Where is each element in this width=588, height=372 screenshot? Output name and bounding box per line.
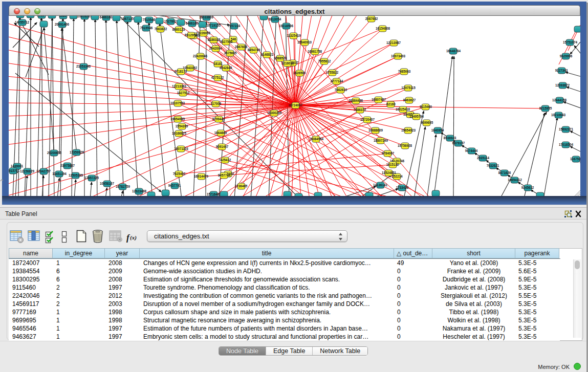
svg-text:10719155: 10719155: [206, 24, 221, 27]
svg-text:20200655: 20200655: [47, 151, 62, 155]
svg-text:1439001: 1439001: [11, 164, 24, 168]
svg-text:10210643: 10210643: [551, 113, 566, 117]
svg-text:2087682: 2087682: [365, 17, 378, 20]
svg-text:21053346: 21053346: [76, 64, 91, 68]
svg-text:16071103: 16071103: [174, 147, 188, 150]
svg-text:1167533: 1167533: [570, 157, 580, 161]
svg-text:19384554: 19384554: [309, 137, 324, 141]
svg-text:8454749: 8454749: [248, 48, 260, 52]
svg-text:9699695: 9699695: [421, 121, 433, 124]
svg-text:6879197: 6879197: [452, 141, 465, 145]
svg-text:16648784: 16648784: [446, 49, 461, 53]
svg-text:252214: 252214: [391, 174, 403, 178]
svg-text:10688609: 10688609: [368, 128, 383, 132]
svg-text:8912954: 8912954: [185, 33, 198, 37]
svg-text:17857225: 17857225: [84, 176, 99, 180]
svg-text:15692371: 15692371: [559, 127, 574, 131]
svg-text:2718179: 2718179: [175, 70, 187, 73]
svg-text:16782759: 16782759: [116, 185, 130, 188]
svg-text:12444158: 12444158: [552, 98, 567, 102]
svg-text:13495794: 13495794: [409, 115, 424, 118]
svg-text:19654985: 19654985: [170, 117, 185, 121]
svg-text:15716485: 15716485: [207, 192, 222, 196]
svg-text:7485063: 7485063: [398, 70, 411, 73]
svg-text:2042004: 2042004: [209, 47, 222, 50]
svg-text:4275122: 4275122: [211, 76, 224, 79]
svg-text:23975887: 23975887: [60, 164, 75, 167]
svg-text:12342757: 12342757: [36, 169, 51, 173]
svg-text:18300295: 18300295: [267, 111, 282, 115]
svg-text:18807249: 18807249: [374, 139, 388, 142]
svg-text:9457791: 9457791: [168, 184, 181, 187]
svg-text:20364436: 20364436: [349, 99, 363, 102]
svg-text:8215955: 8215955: [539, 106, 552, 110]
svg-text:3675685: 3675685: [224, 51, 237, 55]
svg-text:7632621: 7632621: [487, 164, 499, 167]
svg-text:12923488: 12923488: [132, 189, 147, 193]
svg-text:20691406: 20691406: [55, 23, 70, 26]
svg-text:10107553: 10107553: [170, 101, 185, 105]
svg-text:1664669: 1664669: [214, 131, 227, 135]
svg-text:117006: 117006: [211, 102, 222, 105]
svg-text:1588520: 1588520: [274, 56, 287, 60]
svg-text:1755822: 1755822: [326, 71, 339, 74]
svg-text:2867608: 2867608: [235, 45, 248, 49]
svg-text:9463627: 9463627: [403, 98, 416, 102]
svg-text:22420046: 22420046: [193, 54, 208, 58]
svg-text:9799443: 9799443: [212, 117, 225, 121]
svg-text:1640954: 1640954: [431, 128, 444, 132]
svg-text:9457744: 9457744: [218, 173, 231, 177]
svg-text:7386372: 7386372: [354, 108, 366, 112]
svg-text:18724007: 18724007: [288, 103, 303, 107]
svg-text:16033809: 16033809: [199, 16, 214, 19]
svg-text:1667135: 1667135: [121, 17, 134, 20]
svg-text:3915701: 3915701: [9, 169, 20, 172]
svg-text:11451194: 11451194: [52, 172, 67, 176]
svg-text:7663822: 7663822: [155, 27, 167, 31]
svg-text:10958167: 10958167: [100, 182, 115, 185]
svg-text:12156829: 12156829: [20, 169, 35, 173]
svg-text:10807487: 10807487: [372, 98, 386, 101]
svg-text:15640910: 15640910: [297, 40, 312, 44]
svg-text:1736465: 1736465: [235, 184, 248, 188]
svg-text:8938923: 8938923: [444, 136, 456, 140]
svg-text:10543392: 10543392: [183, 66, 198, 70]
svg-text:16154808: 16154808: [376, 27, 390, 30]
svg-text:10653287: 10653287: [77, 16, 92, 18]
svg-text:3216011: 3216011: [281, 61, 294, 65]
svg-text:19756928: 19756928: [398, 144, 412, 147]
svg-text:19166825: 19166825: [172, 132, 187, 135]
svg-text:9329996: 9329996: [560, 54, 573, 58]
svg-text:7515546: 7515546: [143, 18, 156, 21]
svg-text:14055712: 14055712: [15, 20, 30, 24]
svg-text:62160: 62160: [386, 102, 396, 106]
svg-text:9227343: 9227343: [555, 69, 568, 72]
svg-text:8660123: 8660123: [172, 28, 185, 31]
svg-text:13524851: 13524851: [382, 171, 397, 174]
svg-text:12093872: 12093872: [555, 83, 570, 87]
svg-text:15720407: 15720407: [360, 118, 375, 121]
svg-text:1626500: 1626500: [293, 71, 306, 75]
svg-text:7515546: 7515546: [140, 26, 153, 30]
svg-text:1554399: 1554399: [176, 124, 188, 128]
svg-text:9474444: 9474444: [465, 149, 478, 152]
svg-text:7462610: 7462610: [335, 88, 347, 92]
svg-text:12975115: 12975115: [401, 86, 416, 90]
svg-text:19218506: 19218506: [279, 24, 294, 28]
svg-text:8186328: 8186328: [208, 38, 221, 41]
svg-text:14055712: 14055712: [13, 16, 28, 16]
svg-text:1615132: 1615132: [386, 163, 399, 166]
svg-text:19384: 19384: [37, 16, 46, 17]
svg-text:8471626: 8471626: [498, 171, 511, 174]
svg-text:17016504: 17016504: [559, 143, 574, 146]
svg-text:19654923: 19654923: [401, 128, 416, 132]
svg-text:7425412: 7425412: [219, 158, 231, 162]
svg-text:16961758: 16961758: [308, 50, 322, 53]
svg-text:9784067: 9784067: [382, 151, 395, 155]
svg-text:17359928: 17359928: [70, 150, 84, 154]
svg-text:14136141: 14136141: [373, 183, 388, 187]
svg-text:1733426: 1733426: [396, 186, 409, 189]
svg-text:10973493: 10973493: [391, 54, 406, 58]
svg-text:18181: 18181: [213, 62, 223, 65]
svg-text:(x): (x): [130, 234, 137, 241]
